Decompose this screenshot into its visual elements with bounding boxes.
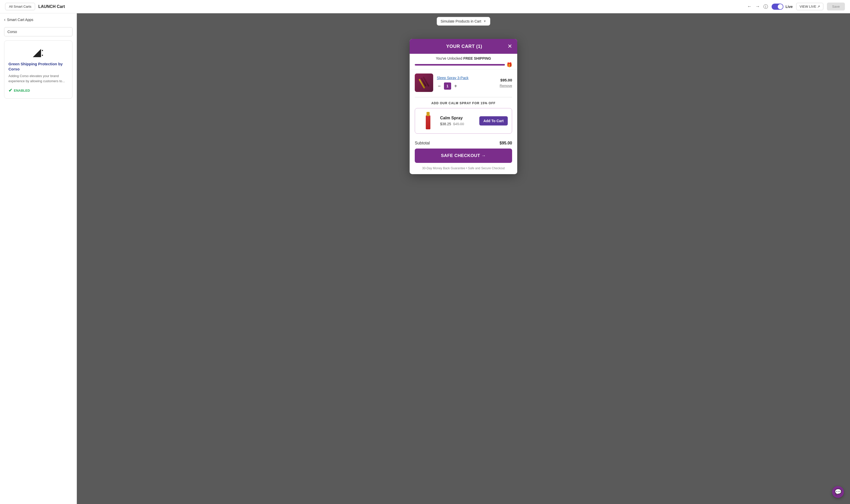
upsell-product-name: Calm Spray xyxy=(440,116,476,120)
quantity-decrease-button[interactable]: − xyxy=(437,84,442,89)
app-card-description: Adding Corso elevates your brand experie… xyxy=(8,73,68,84)
main-layout: ‹ Smart Cart Apps ◢: Green Shipping Prot… xyxy=(0,13,850,504)
upsell-sale-price: $38.25 xyxy=(440,122,451,126)
remove-item-button[interactable]: Remove xyxy=(500,84,512,88)
cart-items-section: Sleep Spray 3-Pack − 1 + $95.00 Remove xyxy=(410,69,517,96)
shipping-text-prefix: You've Unlocked xyxy=(436,56,463,60)
view-live-label: VIEW LIVE xyxy=(799,5,816,8)
cart-popup: YOUR CART (1) ✕ You've Unlocked FREE SHI… xyxy=(410,39,517,174)
gift-icon: 🎁 xyxy=(507,62,512,68)
live-label: Live xyxy=(785,5,793,9)
undo-button[interactable]: ← xyxy=(747,4,751,9)
redo-button[interactable]: → xyxy=(755,4,760,9)
quantity-increase-button[interactable]: + xyxy=(453,84,458,89)
progress-bar-container: 🎁 xyxy=(415,62,512,68)
cart-item-name[interactable]: Sleep Spray 3-Pack xyxy=(437,76,496,80)
app-card-name: Green Shipping Protection by Corso xyxy=(8,61,68,71)
shipping-banner: You've Unlocked FREE SHIPPING 🎁 xyxy=(410,54,517,69)
check-circle-icon: ✔ xyxy=(8,88,12,93)
app-logo: ◢: xyxy=(8,46,68,58)
checkout-button-wrapper: SAFE CHECKOUT → xyxy=(410,148,517,165)
progress-bar-fill xyxy=(415,64,505,66)
simulate-bar: Simulate Products in Cart ▼ xyxy=(437,17,490,25)
cart-item-price: $95.00 xyxy=(500,78,512,82)
back-chevron-icon: ‹ xyxy=(4,17,5,22)
checkout-label: SAFE CHECKOUT → xyxy=(441,153,486,158)
enabled-badge: ✔ ENABLED xyxy=(8,88,68,93)
calm-spray-body xyxy=(426,115,430,129)
external-link-icon: ↗ xyxy=(817,5,820,8)
shipping-bold-text: FREE SHIPPING xyxy=(463,56,491,60)
product-visual xyxy=(419,76,430,89)
upsell-prices: $38.25 $45.00 xyxy=(440,122,476,126)
center-preview-area: Simulate Products in Cart ▼ YOUR CART (1… xyxy=(77,13,850,504)
upsell-original-price: $45.00 xyxy=(453,122,464,126)
safe-checkout-button[interactable]: SAFE CHECKOUT → xyxy=(415,148,512,163)
upsell-card: Calm Spray $38.25 $45.00 Add To Cart xyxy=(415,108,512,134)
back-link-label: Smart Cart Apps xyxy=(7,18,33,22)
upsell-product-info: Calm Spray $38.25 $45.00 xyxy=(440,116,476,126)
shipping-text: You've Unlocked FREE SHIPPING xyxy=(415,56,512,60)
cart-header: YOUR CART (1) ✕ xyxy=(410,39,517,54)
live-toggle-container: Live xyxy=(772,4,793,10)
corso-logo-icon: ◢: xyxy=(33,46,44,58)
top-nav: All Smart Carts LAUNCH Cart ← → ⓘ Live V… xyxy=(0,0,850,13)
progress-bar-background xyxy=(415,64,505,66)
calm-spray-cap xyxy=(427,112,430,116)
subtotal-label: Subtotal xyxy=(415,141,430,145)
chevron-down-icon: ▼ xyxy=(483,19,486,23)
cart-item-details: Sleep Spray 3-Pack − 1 + xyxy=(437,76,496,90)
checkout-footer: 30-Day Money Back Guarantee • Safe and S… xyxy=(410,165,517,174)
help-button[interactable]: ⓘ xyxy=(763,4,768,10)
upsell-section: ADD OUR CALM SPRAY FOR 15% OFF Calm Spra… xyxy=(410,98,517,138)
cart-item: Sleep Spray 3-Pack − 1 + $95.00 Remove xyxy=(415,73,512,92)
all-smart-carts-button[interactable]: All Smart Carts xyxy=(5,3,35,10)
live-toggle[interactable] xyxy=(772,4,783,10)
cart-item-image xyxy=(415,73,433,92)
cart-close-button[interactable]: ✕ xyxy=(508,43,512,49)
cart-name-title: LAUNCH Cart xyxy=(38,4,65,9)
upsell-title: ADD OUR CALM SPRAY FOR 15% OFF xyxy=(415,102,512,105)
quantity-controls: − 1 + xyxy=(437,83,496,90)
add-upsell-to-cart-button[interactable]: Add To Cart xyxy=(479,116,508,125)
subtotal-amount: $95.00 xyxy=(499,141,512,145)
left-sidebar: ‹ Smart Cart Apps ◢: Green Shipping Prot… xyxy=(0,13,77,504)
search-input[interactable] xyxy=(7,30,69,34)
quantity-badge: 1 xyxy=(444,83,451,90)
chat-icon: 💬 xyxy=(835,489,842,495)
cart-title: YOUR CART (1) xyxy=(421,44,508,49)
view-live-button[interactable]: VIEW LIVE ↗ xyxy=(796,3,824,10)
save-button[interactable]: Save xyxy=(827,3,845,11)
upsell-product-image xyxy=(419,112,437,130)
section-divider xyxy=(415,97,512,97)
chat-widget[interactable]: 💬 xyxy=(832,486,844,498)
subtotal-row: Subtotal $95.00 xyxy=(410,138,517,148)
nav-left: All Smart Carts LAUNCH Cart xyxy=(5,3,65,10)
nav-right: ← → ⓘ Live VIEW LIVE ↗ Save xyxy=(747,3,845,11)
search-wrapper xyxy=(4,27,72,36)
enabled-label: ENABLED xyxy=(14,89,30,92)
back-link[interactable]: ‹ Smart Cart Apps xyxy=(4,17,72,22)
toggle-knob xyxy=(778,4,783,9)
corso-app-card: ◢: Green Shipping Protection by Corso Ad… xyxy=(4,40,72,98)
simulate-label: Simulate Products in Cart xyxy=(441,19,481,23)
simulate-products-button[interactable]: Simulate Products in Cart ▼ xyxy=(437,17,490,25)
cart-item-price-column: $95.00 Remove xyxy=(500,78,512,88)
